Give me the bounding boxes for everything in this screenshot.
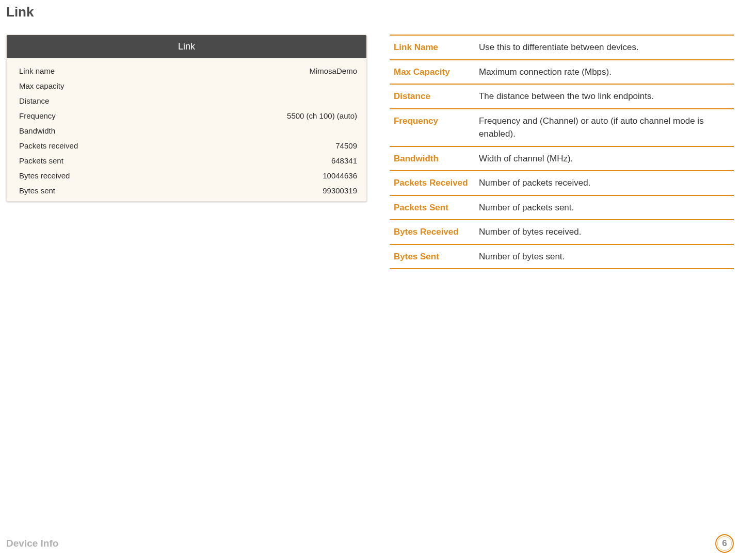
desc-key: Packets Received [390,171,475,195]
desc-val: Number of bytes received. [475,220,734,244]
desc-val: Number of packets received. [475,171,734,195]
desc-key: Link Name [390,35,475,60]
section-heading: Link [6,4,734,20]
footer-section-label: Device Info [6,538,58,549]
desc-val: Number of bytes sent. [475,244,734,269]
desc-val: Frequency and (Channel) or auto (if auto… [475,109,734,146]
link-row-packets-received: Packets received 74509 [19,138,357,153]
desc-key: Bandwidth [390,146,475,171]
desc-val: Width of channel (MHz). [475,146,734,171]
link-value: 648341 [331,156,357,165]
desc-row-bytes-received: Bytes Received Number of bytes received. [390,220,734,244]
link-row-packets-sent: Packets sent 648341 [19,153,357,168]
link-value: MimosaDemo [309,67,357,75]
desc-row-packets-received: Packets Received Number of packets recei… [390,171,734,195]
link-row-distance: Distance [19,93,357,108]
description-table: Link Name Use this to differentiate betw… [390,35,734,269]
page-footer: Device Info 6 [6,534,734,553]
link-label: Frequency [19,111,56,120]
link-row-bandwidth: Bandwidth [19,123,357,138]
desc-key: Frequency [390,109,475,146]
desc-row-max-capacity: Max Capacity Maximum connection rate (Mb… [390,60,734,85]
link-value: 99300319 [323,186,357,195]
desc-key: Bytes Sent [390,244,475,269]
link-value: 5500 (ch 100) (auto) [287,111,357,120]
desc-row-bytes-sent: Bytes Sent Number of bytes sent. [390,244,734,269]
link-label: Max capacity [19,81,65,90]
link-row-bytes-sent: Bytes sent 99300319 [19,183,357,198]
link-label: Bytes received [19,171,70,180]
link-label: Bandwidth [19,126,55,135]
desc-key: Max Capacity [390,60,475,85]
page-number: 6 [722,538,727,549]
link-value: 74509 [335,141,357,150]
desc-val: Use this to differentiate between device… [475,35,734,60]
link-label: Packets received [19,141,78,150]
link-card-title: Link [7,35,366,58]
link-label: Bytes sent [19,186,55,195]
page-number-badge: 6 [715,534,734,553]
desc-key: Bytes Received [390,220,475,244]
link-row-max-capacity: Max capacity [19,78,357,93]
desc-key: Packets Sent [390,195,475,220]
link-value: 10044636 [323,171,357,180]
desc-val: The distance between the two link endpoi… [475,84,734,109]
link-label: Packets sent [19,156,63,165]
desc-row-link-name: Link Name Use this to differentiate betw… [390,35,734,60]
desc-row-frequency: Frequency Frequency and (Channel) or aut… [390,109,734,146]
link-row-frequency: Frequency 5500 (ch 100) (auto) [19,108,357,123]
link-label: Link name [19,67,55,75]
link-row-link-name: Link name MimosaDemo [19,63,357,78]
desc-val: Number of packets sent. [475,195,734,220]
link-card-body: Link name MimosaDemo Max capacity Distan… [7,58,366,201]
desc-row-bandwidth: Bandwidth Width of channel (MHz). [390,146,734,171]
link-label: Distance [19,96,49,105]
desc-row-distance: Distance The distance between the two li… [390,84,734,109]
link-card: Link Link name MimosaDemo Max capacity D… [6,35,367,202]
link-row-bytes-received: Bytes received 10044636 [19,168,357,183]
desc-key: Distance [390,84,475,109]
desc-row-packets-sent: Packets Sent Number of packets sent. [390,195,734,220]
desc-val: Maximum connection rate (Mbps). [475,60,734,85]
